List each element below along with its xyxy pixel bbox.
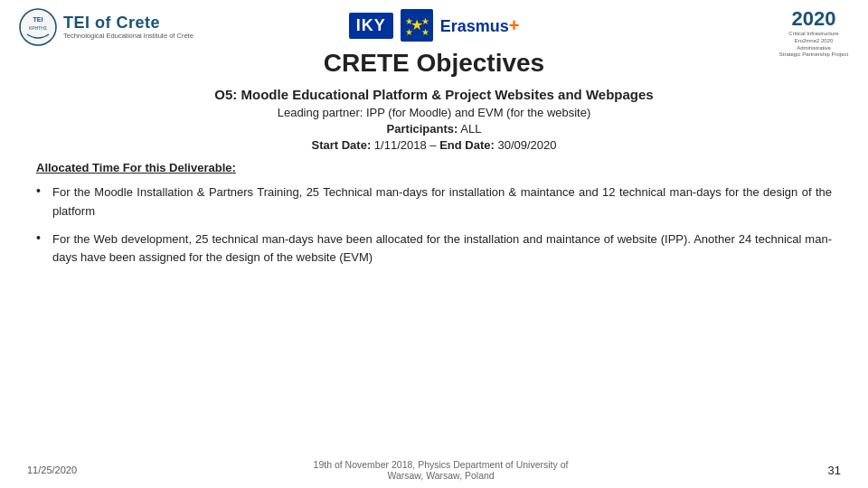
eu-flag-icon: ★ ★ ★ ★ ★: [401, 9, 433, 42]
o5-title: O5: Moodle Educational Platform & Projec…: [36, 87, 832, 102]
erasmus-label: Erasmus+: [440, 15, 520, 36]
header: ΤΕΙ ΚΡΗΤΗΣ TEI of Crete Technological Ed…: [0, 0, 868, 45]
bullet-item-1: • For the Moodle Installation & Partners…: [36, 183, 832, 221]
tei-name: TEI of Crete: [63, 14, 193, 33]
participants-label: Participants:: [387, 122, 458, 136]
date-dash: –: [429, 138, 439, 152]
tei-crest-icon: ΤΕΙ ΚΡΗΤΗΣ: [18, 7, 58, 47]
bullet-text-1: For the Moodle Installation & Partners T…: [52, 183, 832, 221]
content-area: O5: Moodle Educational Platform & Projec…: [0, 87, 868, 267]
footer: 11/25/2020 19th of November 2018, Physic…: [0, 459, 868, 481]
project-year-text: Critical Infrastructure Ero2mne2 2020 Ad…: [778, 31, 850, 59]
end-date-label: End Date:: [439, 138, 497, 152]
start-date-label: Start Date:: [311, 138, 371, 152]
svg-text:ΚΡΗΤΗΣ: ΚΡΗΤΗΣ: [29, 25, 47, 31]
bullet-dot-2: •: [36, 230, 52, 245]
tei-logo-container: ΤΕΙ ΚΡΗΤΗΣ TEI of Crete Technological Ed…: [18, 7, 193, 47]
iky-label: IKY: [349, 13, 393, 39]
project-year: 2020: [778, 7, 850, 31]
end-date-value: 30/09/2020: [497, 138, 556, 152]
bullet-list: • For the Moodle Installation & Partners…: [36, 183, 832, 267]
dates-line: Start Date: 1/11/2018 – End Date: 30/09/…: [36, 138, 832, 152]
svg-text:★: ★: [420, 27, 429, 37]
footer-center: 19th of November 2018, Physics Departmen…: [77, 459, 805, 481]
footer-page-number: 31: [805, 464, 841, 477]
footer-center-line1: 19th of November 2018, Physics Departmen…: [77, 459, 805, 470]
svg-text:★: ★: [404, 27, 412, 37]
bullet-item-2: • For the Web development, 25 technical …: [36, 230, 832, 268]
allocated-title: Allocated Time For this Deliverable:: [36, 161, 832, 174]
tei-logo: ΤΕΙ ΚΡΗΤΗΣ TEI of Crete Technological Ed…: [18, 7, 193, 47]
participants-value: ALL: [460, 122, 481, 136]
partner-line: Leading partner: IPP (for Moodle) and EV…: [36, 106, 832, 119]
tei-sub: Technological Educational Institute of C…: [63, 33, 193, 40]
footer-center-line2: Warsaw, Warsaw, Poland: [77, 470, 805, 481]
erasmus-logo-container: IKY ★ ★ ★ ★ ★ Erasmus+: [349, 9, 520, 42]
bullet-text-2: For the Web development, 25 technical ma…: [52, 230, 832, 268]
tei-text: TEI of Crete Technological Educational I…: [63, 14, 193, 40]
start-date-value: 1/11/2018: [374, 138, 427, 152]
svg-text:★: ★: [404, 16, 412, 26]
page-title: CRETE Objectives: [0, 49, 868, 78]
participants-line: Participants: ALL: [36, 122, 832, 136]
svg-text:★: ★: [420, 16, 429, 26]
bullet-dot-1: •: [36, 183, 52, 198]
footer-date: 11/25/2020: [27, 465, 77, 475]
svg-text:ΤΕΙ: ΤΕΙ: [33, 16, 43, 23]
project-logo-container: 2020 Critical Infrastructure Ero2mne2 20…: [778, 7, 850, 59]
